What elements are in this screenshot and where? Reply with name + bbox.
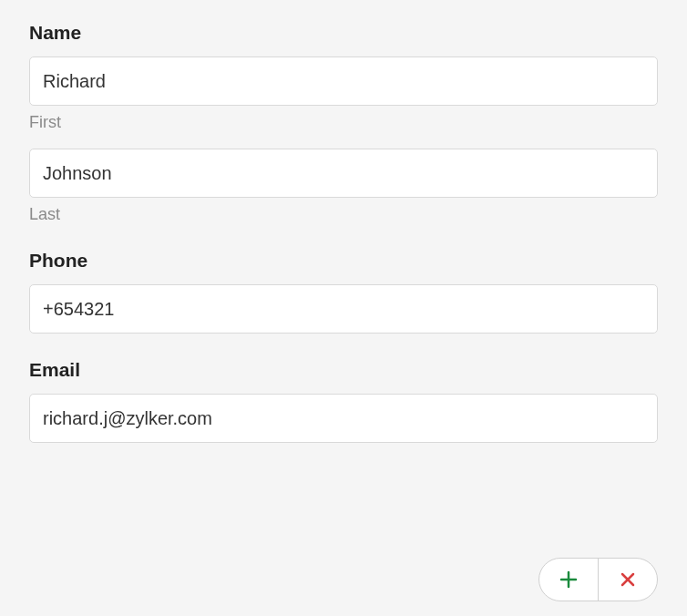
last-name-input[interactable] [29, 149, 658, 198]
cancel-button[interactable] [599, 559, 657, 601]
email-input-wrap [29, 394, 658, 443]
phone-label: Phone [29, 250, 658, 272]
last-name-wrap [29, 149, 658, 198]
name-label: Name [29, 22, 658, 44]
phone-input-wrap [29, 284, 658, 334]
email-label: Email [29, 359, 658, 381]
email-input[interactable] [29, 394, 658, 443]
phone-field-group: Phone [29, 250, 658, 334]
add-button[interactable] [539, 559, 598, 601]
name-field-group: Name First Last [29, 22, 658, 224]
first-name-wrap [29, 56, 658, 106]
first-name-input[interactable] [29, 56, 658, 106]
email-field-group: Email [29, 359, 658, 443]
plus-icon [559, 570, 579, 590]
phone-input[interactable] [29, 284, 658, 334]
last-name-sublabel: Last [29, 205, 658, 224]
action-pill [538, 558, 658, 601]
first-name-sublabel: First [29, 113, 658, 132]
close-icon [619, 570, 637, 589]
action-row [538, 558, 658, 601]
